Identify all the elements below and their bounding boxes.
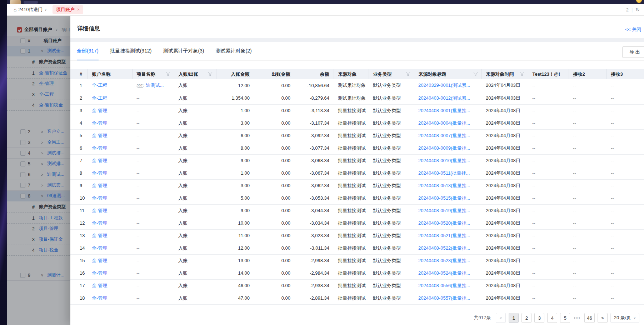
filter-icon[interactable] [473, 72, 478, 77]
detail-drawer: 详细信息 << 关闭 全部(917)批量挂接测试(912)测试累计子对象(3)测… [70, 16, 644, 325]
cell-project: -- [132, 154, 174, 167]
account-link[interactable]: 全-管理 [92, 108, 107, 113]
cell-recv3: -- [606, 192, 644, 204]
search-pill[interactable] [24, 1, 38, 4]
account-link[interactable]: 全-管理 [92, 170, 107, 176]
drawer-mask[interactable] [7, 16, 70, 325]
source-title-link[interactable]: 20240408-0515(批量挂... [418, 195, 470, 201]
source-title-link[interactable]: 20240403-0012(测试累... [418, 95, 470, 101]
account-link[interactable]: 全-管理 [92, 233, 107, 238]
cell-account: 全-管理 [88, 229, 132, 242]
account-link[interactable]: 全-管理 [92, 270, 107, 276]
filter-icon[interactable] [208, 72, 213, 77]
page-size-select[interactable]: 20 条/页 ∨ [610, 313, 639, 323]
table-row: 12全-管理--入账10.000.00-3,034.34批量挂接测试默认业务类型… [70, 217, 644, 229]
cell-account: 全-管理 [88, 242, 132, 254]
cell-in_amount: 13.00 [216, 254, 254, 267]
account-link[interactable]: 全-管理 [92, 258, 107, 263]
account-link[interactable]: 全-管理 [92, 120, 107, 126]
account-link[interactable]: 全-管理 [92, 145, 107, 151]
cell-out_amount: 0.00 [254, 117, 295, 129]
account-link[interactable]: 全-管理 [92, 308, 107, 308]
avatar[interactable] [10, 0, 21, 4]
page-button-46[interactable]: 46 [584, 313, 594, 323]
table-row: 4全-管理--入账3.000.00-3,107.34批量挂接测试默认业务类型20… [70, 117, 644, 129]
page-button-4[interactable]: 4 [547, 313, 557, 323]
home-menu[interactable]: ⌂ 2410传送门 ∨ [14, 6, 47, 13]
ellipsis-icon[interactable]: ••• [573, 315, 581, 321]
source-title-link[interactable]: 20240408-0523(批量挂... [418, 258, 470, 263]
cell-direction: 入账 [174, 217, 216, 229]
window-count: 2 [626, 7, 629, 12]
account-link[interactable]: 全-工程 [92, 95, 107, 101]
emoji-icon [636, 0, 642, 3]
close-icon[interactable]: × [77, 7, 80, 12]
cell-balance: -3,107.34 [295, 117, 334, 129]
filter-icon[interactable] [406, 72, 410, 77]
source-title-link[interactable]: 20240408-0524(批量挂... [418, 270, 470, 276]
col-header-project: 项目名称 [132, 69, 174, 79]
source-title-link[interactable]: 20240408-0004(批量挂... [418, 120, 470, 126]
cell-direction: 入账 [174, 179, 216, 192]
cell-test123: -- [528, 279, 569, 292]
chevron-down-icon: ∨ [44, 8, 47, 11]
source-title-link[interactable]: 20240408-0007(批量挂... [418, 133, 470, 138]
cell-recv3: -- [606, 154, 644, 167]
source-title-link[interactable]: 20240408-0522(批量挂... [418, 245, 470, 251]
detail-tab-2[interactable]: 测试累计子对象(3) [163, 42, 204, 60]
cell-num: 4 [70, 117, 88, 129]
source-title-link[interactable]: 20240408-0511(批量挂... [418, 170, 470, 176]
source-title-link[interactable]: 20240408-0009(批量挂... [418, 145, 470, 151]
cell-source_title: 20240408-0009(批量挂... [414, 142, 481, 154]
source-title-link[interactable]: 20240408-0520(批量挂... [418, 220, 470, 226]
cell-test123: -- [528, 79, 569, 92]
page-button-2[interactable]: 2 [521, 313, 531, 323]
export-button[interactable]: 导 出 [622, 46, 644, 58]
cell-biz_type: 默认业务类型 [369, 117, 414, 129]
source-title-link[interactable]: 20240329-0001(测试累... [418, 82, 470, 88]
account-link[interactable]: 全-管理 [92, 158, 107, 163]
cell-balance: -2,984.34 [295, 267, 334, 279]
source-title-link[interactable]: 20240408-0010(批量挂... [418, 158, 470, 163]
source-title-link[interactable]: 20240408-0558(批量挂... [418, 308, 470, 308]
cell-balance: -3,092.34 [295, 129, 334, 142]
account-link[interactable]: 全-管理 [92, 245, 107, 251]
account-link[interactable]: 全-管理 [92, 208, 107, 213]
project-link[interactable]: 迪测试... [146, 82, 164, 88]
page-button-1[interactable]: 1 [509, 313, 519, 323]
cell-num: 8 [70, 167, 88, 179]
cell-source: 批量挂接测试 [334, 267, 369, 279]
cell-recv3: -- [606, 129, 644, 142]
cell-test123: -- [528, 167, 569, 179]
account-link[interactable]: 全-管理 [92, 195, 107, 201]
source-title-link[interactable]: 20240408-0521(批量挂... [418, 233, 470, 238]
source-title-link[interactable]: 20240408-0519(批量挂... [418, 208, 470, 213]
account-link[interactable]: 全-管理 [92, 183, 107, 188]
cell-account: 全-管理 [88, 154, 132, 167]
detail-tab-3[interactable]: 测试累计对象(2) [216, 42, 252, 60]
tab-project-account[interactable]: 项目账户 × [53, 5, 83, 14]
account-link[interactable]: 全-管理 [92, 220, 107, 226]
source-title-link[interactable]: 20240408-0557(批量挂... [418, 295, 470, 301]
filter-icon[interactable] [166, 72, 170, 77]
close-drawer-link[interactable]: << 关闭 [625, 26, 641, 33]
account-link[interactable]: 全-工程 [92, 82, 107, 88]
next-page-button[interactable]: > [598, 313, 608, 323]
source-title-link[interactable]: 20240408-0001(批量挂... [418, 108, 470, 113]
table-row: 10全-管理--入账5.000.00-3,053.34批量挂接测试默认业务类型2… [70, 192, 644, 204]
page-button-5[interactable]: 5 [560, 313, 570, 323]
refresh-icon[interactable]: ↻ [635, 7, 640, 12]
account-link[interactable]: 全-管理 [92, 295, 107, 301]
page-button-3[interactable]: 3 [534, 313, 544, 323]
cell-recv3: -- [606, 242, 644, 254]
cell-biz_type: 默认业务类型 [369, 279, 414, 292]
account-link[interactable]: 全-管理 [92, 283, 107, 288]
cell-source_time: 2024年04月08日 [481, 154, 528, 167]
detail-tab-0[interactable]: 全部(917) [77, 42, 99, 60]
detail-tab-1[interactable]: 批量挂接测试(912) [110, 42, 152, 60]
col-header-num: # [70, 69, 88, 79]
filter-icon[interactable] [520, 72, 524, 77]
source-title-link[interactable]: 20240408-0556(批量挂... [418, 283, 470, 288]
source-title-link[interactable]: 20240408-0513(批量挂... [418, 183, 470, 188]
account-link[interactable]: 全-管理 [92, 133, 107, 138]
